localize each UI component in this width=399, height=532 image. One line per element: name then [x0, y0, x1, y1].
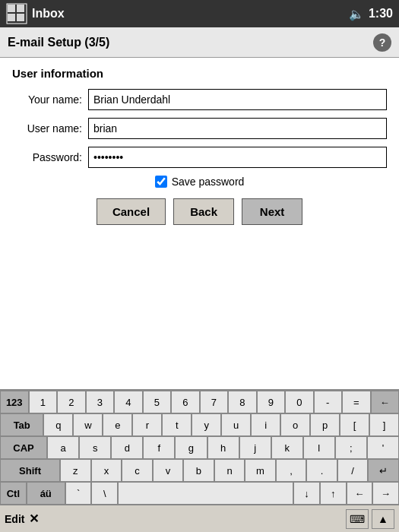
- back-button[interactable]: Back: [173, 198, 234, 225]
- key-2[interactable]: 2: [57, 391, 86, 413]
- keyboard-row-2: Tab q w e r t y u i o p [ ]: [0, 413, 399, 436]
- svg-rect-1: [17, 5, 24, 12]
- section-title: User information: [12, 67, 387, 80]
- keyboard: 123 1 2 3 4 5 6 7 8 9 0 - = ← Tab q w e …: [0, 389, 399, 505]
- header-bar: E-mail Setup (3/5) ?: [0, 27, 399, 58]
- svg-rect-2: [8, 14, 15, 21]
- key-o[interactable]: o: [280, 413, 310, 436]
- main-content: User information Your name: User name: P…: [0, 58, 399, 242]
- key-s[interactable]: s: [79, 436, 111, 459]
- key-down[interactable]: ↓: [293, 482, 320, 505]
- key-q[interactable]: q: [43, 413, 73, 436]
- key-v[interactable]: v: [153, 459, 184, 482]
- key-rbracket[interactable]: ]: [369, 413, 399, 436]
- user-name-input[interactable]: [88, 118, 387, 139]
- key-0[interactable]: 0: [285, 391, 314, 413]
- password-row: Password:: [12, 147, 387, 168]
- your-name-row: Your name:: [12, 89, 387, 110]
- taskbar-close-button[interactable]: ✕: [29, 511, 39, 526]
- key-6[interactable]: 6: [171, 391, 200, 413]
- key-enter[interactable]: ↵: [368, 459, 399, 482]
- key-3[interactable]: 3: [86, 391, 115, 413]
- taskbar: Edit ✕ ⌨ ▲: [0, 505, 399, 532]
- title-bar-right: 🔈 1:30: [349, 7, 393, 21]
- your-name-input[interactable]: [88, 89, 387, 110]
- key-z[interactable]: z: [60, 459, 91, 482]
- key-i[interactable]: i: [251, 413, 280, 436]
- key-h[interactable]: h: [207, 436, 239, 459]
- key-t[interactable]: t: [162, 413, 192, 436]
- key-x[interactable]: x: [91, 459, 122, 482]
- password-label: Password:: [12, 151, 88, 163]
- key-b[interactable]: b: [183, 459, 214, 482]
- key-backspace[interactable]: ←: [371, 391, 400, 413]
- key-k[interactable]: k: [271, 436, 303, 459]
- key-ctrl[interactable]: Ctl: [0, 482, 27, 505]
- key-e[interactable]: e: [103, 413, 132, 436]
- taskbar-right: ⌨ ▲: [346, 509, 394, 529]
- key-c[interactable]: c: [122, 459, 153, 482]
- user-name-label: User name:: [12, 122, 88, 135]
- key-cap[interactable]: CAP: [0, 436, 47, 459]
- key-r[interactable]: r: [132, 413, 162, 436]
- user-name-row: User name:: [12, 118, 387, 139]
- key-comma[interactable]: ,: [276, 459, 307, 482]
- next-button[interactable]: Next: [242, 198, 302, 225]
- keyboard-row-1: 123 1 2 3 4 5 6 7 8 9 0 - = ←: [0, 391, 399, 413]
- windows-logo-icon: [6, 3, 27, 24]
- key-auu[interactable]: áü: [27, 482, 65, 505]
- key-semicolon[interactable]: ;: [335, 436, 367, 459]
- key-left[interactable]: ←: [347, 482, 373, 505]
- password-input[interactable]: [88, 147, 387, 168]
- save-password-label: Save password: [172, 176, 245, 188]
- key-m[interactable]: m: [245, 459, 276, 482]
- key-space[interactable]: [118, 482, 293, 505]
- key-f[interactable]: f: [143, 436, 175, 459]
- key-right[interactable]: →: [372, 482, 399, 505]
- title-bar-left: Inbox: [6, 3, 65, 24]
- svg-rect-0: [8, 5, 15, 12]
- keyboard-icon[interactable]: ⌨: [346, 509, 369, 529]
- key-u[interactable]: u: [221, 413, 251, 436]
- taskbar-left: Edit ✕: [5, 511, 39, 526]
- taskbar-up-icon[interactable]: ▲: [372, 509, 394, 529]
- help-button[interactable]: ?: [373, 33, 391, 52]
- key-l[interactable]: l: [303, 436, 335, 459]
- page-title: E-mail Setup (3/5): [8, 36, 109, 49]
- key-up[interactable]: ↑: [320, 482, 347, 505]
- key-minus[interactable]: -: [314, 391, 343, 413]
- key-a[interactable]: a: [47, 436, 79, 459]
- key-period[interactable]: .: [306, 459, 337, 482]
- key-shift[interactable]: Shift: [0, 459, 60, 482]
- key-lbracket[interactable]: [: [340, 413, 369, 436]
- key-9[interactable]: 9: [257, 391, 286, 413]
- key-g[interactable]: g: [175, 436, 207, 459]
- key-slash[interactable]: /: [337, 459, 369, 482]
- key-5[interactable]: 5: [143, 391, 172, 413]
- key-p[interactable]: p: [310, 413, 340, 436]
- key-j[interactable]: j: [239, 436, 271, 459]
- volume-icon: 🔈: [349, 7, 364, 21]
- key-7[interactable]: 7: [200, 391, 229, 413]
- key-backtick[interactable]: `: [65, 482, 92, 505]
- key-y[interactable]: y: [192, 413, 221, 436]
- svg-rect-3: [17, 14, 24, 21]
- your-name-label: Your name:: [12, 93, 88, 106]
- cancel-button[interactable]: Cancel: [97, 198, 166, 225]
- key-backslash[interactable]: \: [91, 482, 118, 505]
- key-1[interactable]: 1: [29, 391, 58, 413]
- key-d[interactable]: d: [111, 436, 143, 459]
- key-equals[interactable]: =: [342, 391, 371, 413]
- keyboard-row-3: CAP a s d f g h j k l ; ': [0, 436, 399, 459]
- key-123[interactable]: 123: [0, 391, 29, 413]
- key-w[interactable]: w: [73, 413, 103, 436]
- key-n[interactable]: n: [214, 459, 245, 482]
- key-8[interactable]: 8: [228, 391, 257, 413]
- key-4[interactable]: 4: [114, 391, 143, 413]
- key-apostrophe[interactable]: ': [367, 436, 399, 459]
- title-bar: Inbox 🔈 1:30: [0, 0, 399, 27]
- keyboard-row-4: Shift z x c v b n m , . / ↵: [0, 459, 399, 482]
- keyboard-row-5: Ctl áü ` \ ↓ ↑ ← →: [0, 482, 399, 505]
- save-password-checkbox[interactable]: [155, 176, 167, 188]
- key-tab[interactable]: Tab: [0, 413, 43, 436]
